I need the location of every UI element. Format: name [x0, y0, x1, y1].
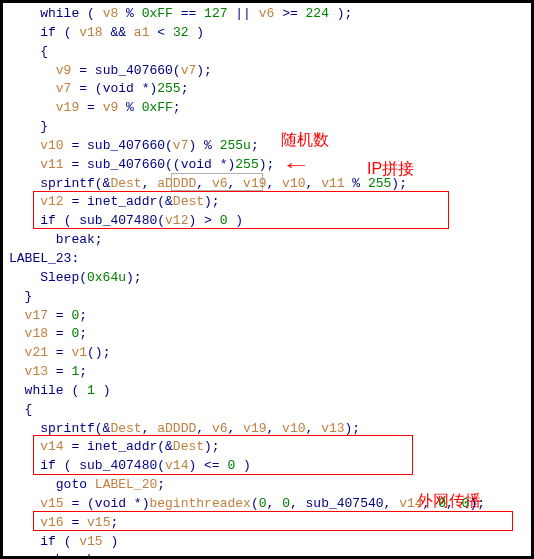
t: = ( — [64, 496, 95, 511]
t: ( — [251, 496, 259, 511]
t: v14 — [399, 496, 422, 511]
t — [9, 515, 40, 530]
t — [9, 552, 56, 559]
t: ; — [79, 308, 87, 323]
t: = sub_407660( — [71, 63, 180, 78]
t: ( — [64, 383, 87, 398]
t: LABEL_20 — [95, 477, 157, 492]
t: ( — [56, 25, 79, 40]
t — [9, 25, 40, 40]
t: ( — [56, 534, 79, 549]
t: ) > — [188, 213, 219, 228]
t: while — [25, 383, 64, 398]
t: ; — [79, 326, 87, 341]
t: ); — [345, 421, 361, 436]
t — [9, 364, 25, 379]
t: v19 — [56, 100, 79, 115]
t: v15 — [87, 515, 110, 530]
t: v21 — [25, 345, 48, 360]
t: = — [48, 326, 71, 341]
t: ) % — [188, 138, 219, 153]
t: ) — [188, 25, 204, 40]
t: , — [267, 421, 283, 436]
t: ; — [95, 552, 103, 559]
t — [9, 138, 40, 153]
t: v18 — [79, 25, 102, 40]
t: , — [267, 496, 283, 511]
t: v6 — [259, 6, 275, 21]
t: ); — [329, 6, 352, 21]
t: { — [9, 44, 48, 59]
t: if — [40, 534, 56, 549]
t: , — [227, 176, 243, 191]
t: , — [142, 176, 158, 191]
t: v7 — [181, 63, 197, 78]
t: 224 — [306, 6, 329, 21]
t: v9 — [103, 100, 119, 115]
t: void — [181, 157, 212, 172]
t: aDDDD — [157, 176, 196, 191]
t: Dest — [173, 439, 204, 454]
t: = — [48, 364, 71, 379]
t — [9, 213, 40, 228]
t: ) — [227, 213, 243, 228]
t: % — [118, 6, 141, 21]
t: ; — [79, 364, 87, 379]
t: ); — [204, 194, 220, 209]
t: v19 — [243, 176, 266, 191]
t: v11 — [40, 157, 63, 172]
t: *) — [134, 81, 157, 96]
t: ) <= — [188, 458, 227, 473]
t: Dest — [110, 421, 141, 436]
t: v10 — [282, 176, 305, 191]
t: v8 — [103, 6, 119, 21]
t — [9, 534, 40, 549]
t: v13 — [25, 364, 48, 379]
t: 0xFF — [142, 100, 173, 115]
t: LABEL_23: — [9, 251, 79, 266]
t: v10 — [40, 138, 63, 153]
t: 0 — [282, 496, 290, 511]
t: break — [56, 232, 95, 247]
t: 255u — [220, 138, 251, 153]
t: , — [446, 496, 462, 511]
t: ; — [157, 477, 165, 492]
t: = ( — [71, 81, 102, 96]
t: < — [149, 25, 172, 40]
t — [9, 326, 25, 341]
t: v18 — [25, 326, 48, 341]
t: ( — [79, 6, 102, 21]
t: } — [9, 289, 32, 304]
t: = — [48, 345, 71, 360]
t: v12 — [40, 194, 63, 209]
t: a1 — [134, 25, 150, 40]
t — [9, 63, 56, 78]
t: (); — [87, 345, 110, 360]
t: { — [9, 402, 32, 417]
t: = — [79, 100, 102, 115]
t: aDDDD — [157, 421, 196, 436]
t: , — [306, 176, 322, 191]
t: % — [345, 176, 368, 191]
t: while — [40, 6, 79, 21]
code-block: while ( v8 % 0xFF == 127 || v6 >= 224 );… — [3, 3, 531, 559]
t: ) — [95, 383, 111, 398]
t: if — [40, 25, 56, 40]
t: 255 — [235, 157, 258, 172]
t: *) — [126, 496, 149, 511]
t: ); — [204, 439, 220, 454]
t: ; — [181, 81, 189, 96]
t: ; — [110, 515, 118, 530]
t — [9, 157, 40, 172]
t: sprintf(& — [9, 421, 110, 436]
t: % — [118, 100, 141, 115]
t: 0xFF — [142, 6, 173, 21]
t: v9 — [56, 63, 72, 78]
t: 255 — [157, 81, 180, 96]
t: ; — [95, 232, 103, 247]
t — [9, 458, 40, 473]
t: if — [40, 458, 56, 473]
t — [9, 6, 40, 21]
t: ); — [259, 157, 275, 172]
t: void — [95, 496, 126, 511]
